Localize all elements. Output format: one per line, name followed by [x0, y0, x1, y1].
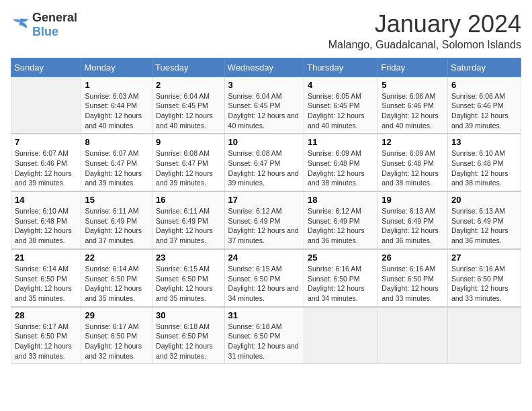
logo: General Blue — [11, 11, 77, 39]
page-subtitle: Malango, Guadalcanal, Solomon Islands — [328, 39, 521, 51]
day-info: Sunrise: 6:18 AM Sunset: 6:50 PM Dayligh… — [156, 322, 220, 361]
day-info: Sunrise: 6:05 AM Sunset: 6:45 PM Dayligh… — [308, 91, 374, 131]
calendar-row: 7 Sunrise: 6:07 AM Sunset: 6:46 PM Dayli… — [11, 134, 521, 191]
day-number: 17 — [228, 195, 300, 205]
day-number: 21 — [15, 253, 77, 263]
title-area: January 2024 Malango, Guadalcanal, Solom… — [328, 11, 521, 51]
day-info: Sunrise: 6:10 AM Sunset: 6:48 PM Dayligh… — [451, 148, 517, 188]
day-number: 28 — [15, 310, 77, 320]
calendar-cell — [11, 77, 81, 134]
day-info: Sunrise: 6:04 AM Sunset: 6:45 PM Dayligh… — [156, 91, 220, 131]
day-number: 8 — [85, 137, 148, 147]
day-info: Sunrise: 6:16 AM Sunset: 6:50 PM Dayligh… — [382, 264, 444, 304]
weekday-header: Sunday — [11, 58, 81, 77]
day-info: Sunrise: 6:16 AM Sunset: 6:50 PM Dayligh… — [451, 264, 517, 304]
day-number: 29 — [85, 310, 148, 320]
day-info: Sunrise: 6:06 AM Sunset: 6:46 PM Dayligh… — [382, 91, 444, 131]
calendar-cell: 16 Sunrise: 6:11 AM Sunset: 6:49 PM Dayl… — [152, 191, 224, 249]
day-info: Sunrise: 6:17 AM Sunset: 6:50 PM Dayligh… — [85, 322, 148, 361]
calendar-cell: 26 Sunrise: 6:16 AM Sunset: 6:50 PM Dayl… — [378, 249, 448, 307]
calendar-cell: 28 Sunrise: 6:17 AM Sunset: 6:50 PM Dayl… — [11, 307, 81, 364]
day-number: 11 — [308, 137, 374, 147]
day-info: Sunrise: 6:10 AM Sunset: 6:48 PM Dayligh… — [15, 206, 77, 246]
calendar-cell: 7 Sunrise: 6:07 AM Sunset: 6:46 PM Dayli… — [11, 134, 81, 191]
calendar-cell: 20 Sunrise: 6:13 AM Sunset: 6:49 PM Dayl… — [447, 191, 521, 249]
calendar-cell: 30 Sunrise: 6:18 AM Sunset: 6:50 PM Dayl… — [152, 307, 224, 364]
day-info: Sunrise: 6:04 AM Sunset: 6:45 PM Dayligh… — [228, 91, 300, 131]
calendar-cell: 23 Sunrise: 6:15 AM Sunset: 6:50 PM Dayl… — [152, 249, 224, 307]
day-number: 16 — [156, 195, 220, 205]
day-number: 13 — [451, 137, 517, 147]
calendar-cell: 5 Sunrise: 6:06 AM Sunset: 6:46 PM Dayli… — [378, 77, 448, 134]
calendar-cell: 8 Sunrise: 6:07 AM Sunset: 6:47 PM Dayli… — [81, 134, 152, 191]
day-info: Sunrise: 6:08 AM Sunset: 6:47 PM Dayligh… — [228, 148, 300, 188]
day-info: Sunrise: 6:06 AM Sunset: 6:46 PM Dayligh… — [451, 91, 517, 131]
day-number: 31 — [228, 310, 300, 320]
day-info: Sunrise: 6:03 AM Sunset: 6:44 PM Dayligh… — [85, 91, 148, 131]
calendar-cell — [447, 307, 521, 364]
day-info: Sunrise: 6:18 AM Sunset: 6:50 PM Dayligh… — [228, 322, 300, 361]
calendar-cell: 17 Sunrise: 6:12 AM Sunset: 6:49 PM Dayl… — [224, 191, 304, 249]
header-row: SundayMondayTuesdayWednesdayThursdayFrid… — [11, 58, 521, 77]
day-number: 23 — [156, 253, 220, 263]
day-info: Sunrise: 6:14 AM Sunset: 6:50 PM Dayligh… — [85, 264, 148, 304]
weekday-header: Thursday — [304, 58, 378, 77]
day-number: 25 — [308, 253, 374, 263]
day-info: Sunrise: 6:16 AM Sunset: 6:50 PM Dayligh… — [308, 264, 374, 304]
day-info: Sunrise: 6:13 AM Sunset: 6:49 PM Dayligh… — [451, 206, 517, 246]
calendar-cell: 22 Sunrise: 6:14 AM Sunset: 6:50 PM Dayl… — [81, 249, 152, 307]
calendar-cell — [304, 307, 378, 364]
day-number: 24 — [228, 253, 300, 263]
day-number: 1 — [85, 80, 148, 90]
day-info: Sunrise: 6:09 AM Sunset: 6:48 PM Dayligh… — [308, 148, 374, 188]
calendar-cell: 18 Sunrise: 6:12 AM Sunset: 6:49 PM Dayl… — [304, 191, 378, 249]
calendar-cell: 1 Sunrise: 6:03 AM Sunset: 6:44 PM Dayli… — [81, 77, 152, 134]
day-number: 30 — [156, 310, 220, 320]
calendar-row: 21 Sunrise: 6:14 AM Sunset: 6:50 PM Dayl… — [11, 249, 521, 307]
calendar-row: 14 Sunrise: 6:10 AM Sunset: 6:48 PM Dayl… — [11, 191, 521, 249]
day-number: 3 — [228, 80, 300, 90]
calendar-cell: 31 Sunrise: 6:18 AM Sunset: 6:50 PM Dayl… — [224, 307, 304, 364]
day-info: Sunrise: 6:15 AM Sunset: 6:50 PM Dayligh… — [156, 264, 220, 304]
weekday-header: Tuesday — [152, 58, 224, 77]
day-number: 7 — [15, 137, 77, 147]
calendar-cell: 19 Sunrise: 6:13 AM Sunset: 6:49 PM Dayl… — [378, 191, 448, 249]
day-number: 26 — [382, 253, 444, 263]
day-number: 19 — [382, 195, 444, 205]
weekday-header: Friday — [378, 58, 448, 77]
day-number: 20 — [451, 195, 517, 205]
day-number: 2 — [156, 80, 220, 90]
calendar-cell: 9 Sunrise: 6:08 AM Sunset: 6:47 PM Dayli… — [152, 134, 224, 191]
weekday-header: Monday — [81, 58, 152, 77]
calendar-cell: 10 Sunrise: 6:08 AM Sunset: 6:47 PM Dayl… — [224, 134, 304, 191]
day-info: Sunrise: 6:11 AM Sunset: 6:49 PM Dayligh… — [85, 206, 148, 246]
calendar-cell: 4 Sunrise: 6:05 AM Sunset: 6:45 PM Dayli… — [304, 77, 378, 134]
calendar-cell — [378, 307, 448, 364]
day-number: 27 — [451, 253, 517, 263]
day-info: Sunrise: 6:07 AM Sunset: 6:46 PM Dayligh… — [15, 148, 77, 188]
calendar-cell: 11 Sunrise: 6:09 AM Sunset: 6:48 PM Dayl… — [304, 134, 378, 191]
calendar-cell: 12 Sunrise: 6:09 AM Sunset: 6:48 PM Dayl… — [378, 134, 448, 191]
calendar-cell: 2 Sunrise: 6:04 AM Sunset: 6:45 PM Dayli… — [152, 77, 224, 134]
page-title: January 2024 — [328, 11, 521, 38]
day-number: 14 — [15, 195, 77, 205]
header: General Blue January 2024 Malango, Guada… — [11, 11, 521, 51]
calendar-cell: 6 Sunrise: 6:06 AM Sunset: 6:46 PM Dayli… — [447, 77, 521, 134]
day-number: 18 — [308, 195, 374, 205]
logo-icon — [11, 17, 30, 33]
day-info: Sunrise: 6:13 AM Sunset: 6:49 PM Dayligh… — [382, 206, 444, 246]
calendar-cell: 3 Sunrise: 6:04 AM Sunset: 6:45 PM Dayli… — [224, 77, 304, 134]
day-number: 22 — [85, 253, 148, 263]
day-info: Sunrise: 6:12 AM Sunset: 6:49 PM Dayligh… — [228, 206, 300, 246]
day-number: 4 — [308, 80, 374, 90]
day-info: Sunrise: 6:07 AM Sunset: 6:47 PM Dayligh… — [85, 148, 148, 188]
day-number: 9 — [156, 137, 220, 147]
calendar-cell: 27 Sunrise: 6:16 AM Sunset: 6:50 PM Dayl… — [447, 249, 521, 307]
day-info: Sunrise: 6:08 AM Sunset: 6:47 PM Dayligh… — [156, 148, 220, 188]
weekday-header: Wednesday — [224, 58, 304, 77]
day-number: 10 — [228, 137, 300, 147]
calendar-table: SundayMondayTuesdayWednesdayThursdayFrid… — [11, 58, 521, 365]
calendar-cell: 14 Sunrise: 6:10 AM Sunset: 6:48 PM Dayl… — [11, 191, 81, 249]
day-number: 6 — [451, 80, 517, 90]
calendar-cell: 24 Sunrise: 6:15 AM Sunset: 6:50 PM Dayl… — [224, 249, 304, 307]
